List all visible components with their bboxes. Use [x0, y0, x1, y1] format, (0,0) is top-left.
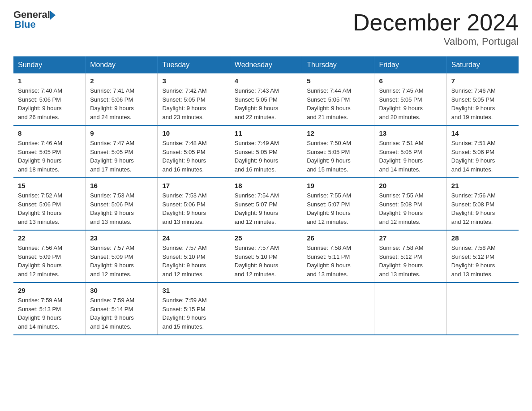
calendar-cell [446, 283, 519, 335]
day-number: 31 [162, 287, 225, 294]
day-number: 1 [18, 77, 81, 85]
calendar-cell [302, 283, 374, 335]
day-info: Sunrise: 7:51 AMSunset: 5:05 PMDaylight:… [379, 139, 442, 174]
calendar-cell: 8Sunrise: 7:46 AMSunset: 5:05 PMDaylight… [13, 125, 86, 178]
day-info: Sunrise: 7:56 AMSunset: 5:09 PMDaylight:… [18, 244, 81, 278]
calendar-cell: 9Sunrise: 7:47 AMSunset: 5:05 PMDaylight… [86, 125, 158, 178]
day-number: 30 [90, 287, 153, 294]
day-info: Sunrise: 7:49 AMSunset: 5:05 PMDaylight:… [235, 139, 297, 174]
calendar-cell: 25Sunrise: 7:57 AMSunset: 5:10 PMDayligh… [230, 230, 302, 283]
day-info: Sunrise: 7:57 AMSunset: 5:10 PMDaylight:… [235, 244, 297, 278]
day-number: 14 [451, 129, 514, 137]
page-subtitle: Valbom, Portugal [353, 36, 519, 47]
day-info: Sunrise: 7:59 AMSunset: 5:15 PMDaylight:… [162, 296, 225, 331]
calendar-header-row: SundayMondayTuesdayWednesdayThursdayFrid… [13, 56, 519, 73]
calendar-cell [230, 283, 302, 335]
day-number: 23 [90, 234, 153, 242]
week-row-5: 29Sunrise: 7:59 AMSunset: 5:13 PMDayligh… [13, 283, 519, 335]
day-info: Sunrise: 7:55 AMSunset: 5:08 PMDaylight:… [379, 191, 442, 226]
day-number: 8 [18, 129, 81, 137]
day-info: Sunrise: 7:41 AMSunset: 5:06 PMDaylight:… [90, 86, 153, 121]
calendar-cell: 19Sunrise: 7:55 AMSunset: 5:07 PMDayligh… [302, 178, 374, 230]
day-number: 27 [379, 234, 442, 242]
calendar-cell: 2Sunrise: 7:41 AMSunset: 5:06 PMDaylight… [86, 73, 158, 125]
calendar-cell: 4Sunrise: 7:43 AMSunset: 5:05 PMDaylight… [230, 73, 302, 125]
day-info: Sunrise: 7:48 AMSunset: 5:05 PMDaylight:… [162, 139, 225, 174]
week-row-1: 1Sunrise: 7:40 AMSunset: 5:06 PMDaylight… [13, 73, 519, 125]
day-info: Sunrise: 7:51 AMSunset: 5:06 PMDaylight:… [451, 139, 514, 174]
calendar-cell: 14Sunrise: 7:51 AMSunset: 5:06 PMDayligh… [446, 125, 519, 178]
day-info: Sunrise: 7:59 AMSunset: 5:14 PMDaylight:… [90, 296, 153, 331]
calendar-cell: 13Sunrise: 7:51 AMSunset: 5:05 PMDayligh… [374, 125, 446, 178]
page-title: December 2024 [353, 9, 519, 36]
calendar-cell [374, 283, 446, 335]
calendar-cell: 27Sunrise: 7:58 AMSunset: 5:12 PMDayligh… [374, 230, 446, 283]
calendar-cell: 3Sunrise: 7:42 AMSunset: 5:05 PMDaylight… [158, 73, 230, 125]
day-info: Sunrise: 7:43 AMSunset: 5:05 PMDaylight:… [235, 86, 297, 121]
day-number: 6 [379, 77, 442, 85]
day-info: Sunrise: 7:50 AMSunset: 5:05 PMDaylight:… [307, 139, 369, 174]
day-info: Sunrise: 7:54 AMSunset: 5:07 PMDaylight:… [235, 191, 297, 226]
day-number: 22 [18, 234, 81, 242]
day-number: 5 [307, 77, 369, 85]
calendar-cell: 1Sunrise: 7:40 AMSunset: 5:06 PMDaylight… [13, 73, 86, 125]
title-block: December 2024 Valbom, Portugal [353, 9, 519, 47]
logo: General Blue [13, 9, 56, 30]
day-number: 29 [18, 287, 81, 294]
calendar-cell: 12Sunrise: 7:50 AMSunset: 5:05 PMDayligh… [302, 125, 374, 178]
header-saturday: Saturday [446, 56, 519, 73]
calendar-cell: 17Sunrise: 7:53 AMSunset: 5:06 PMDayligh… [158, 178, 230, 230]
day-number: 16 [90, 182, 153, 189]
header-wednesday: Wednesday [230, 56, 302, 73]
week-row-3: 15Sunrise: 7:52 AMSunset: 5:06 PMDayligh… [13, 178, 519, 230]
day-number: 2 [90, 77, 153, 85]
day-info: Sunrise: 7:44 AMSunset: 5:05 PMDaylight:… [307, 86, 369, 121]
day-info: Sunrise: 7:57 AMSunset: 5:10 PMDaylight:… [162, 244, 225, 278]
week-row-4: 22Sunrise: 7:56 AMSunset: 5:09 PMDayligh… [13, 230, 519, 283]
logo-arrow-icon [50, 11, 56, 20]
day-number: 7 [451, 77, 514, 85]
day-number: 11 [235, 129, 297, 137]
day-number: 10 [162, 129, 225, 137]
calendar-cell: 23Sunrise: 7:57 AMSunset: 5:09 PMDayligh… [86, 230, 158, 283]
calendar-cell: 6Sunrise: 7:45 AMSunset: 5:05 PMDaylight… [374, 73, 446, 125]
calendar-cell: 11Sunrise: 7:49 AMSunset: 5:05 PMDayligh… [230, 125, 302, 178]
day-info: Sunrise: 7:59 AMSunset: 5:13 PMDaylight:… [18, 296, 81, 331]
calendar-cell: 5Sunrise: 7:44 AMSunset: 5:05 PMDaylight… [302, 73, 374, 125]
day-info: Sunrise: 7:53 AMSunset: 5:06 PMDaylight:… [90, 191, 153, 226]
week-row-2: 8Sunrise: 7:46 AMSunset: 5:05 PMDaylight… [13, 125, 519, 178]
day-number: 13 [379, 129, 442, 137]
calendar-cell: 7Sunrise: 7:46 AMSunset: 5:05 PMDaylight… [446, 73, 519, 125]
day-info: Sunrise: 7:58 AMSunset: 5:12 PMDaylight:… [451, 244, 514, 278]
calendar-cell: 28Sunrise: 7:58 AMSunset: 5:12 PMDayligh… [446, 230, 519, 283]
calendar-cell: 24Sunrise: 7:57 AMSunset: 5:10 PMDayligh… [158, 230, 230, 283]
day-number: 15 [18, 182, 81, 189]
day-number: 19 [307, 182, 369, 189]
day-info: Sunrise: 7:46 AMSunset: 5:05 PMDaylight:… [18, 139, 81, 174]
day-number: 12 [307, 129, 369, 137]
calendar-cell: 15Sunrise: 7:52 AMSunset: 5:06 PMDayligh… [13, 178, 86, 230]
header-monday: Monday [86, 56, 158, 73]
day-number: 28 [451, 234, 514, 242]
day-number: 9 [90, 129, 153, 137]
day-info: Sunrise: 7:46 AMSunset: 5:05 PMDaylight:… [451, 86, 514, 121]
day-number: 18 [235, 182, 297, 189]
day-info: Sunrise: 7:47 AMSunset: 5:05 PMDaylight:… [90, 139, 153, 174]
calendar-cell: 22Sunrise: 7:56 AMSunset: 5:09 PMDayligh… [13, 230, 86, 283]
day-number: 21 [451, 182, 514, 189]
header-tuesday: Tuesday [158, 56, 230, 73]
day-number: 20 [379, 182, 442, 189]
day-number: 24 [162, 234, 225, 242]
header-thursday: Thursday [302, 56, 374, 73]
day-info: Sunrise: 7:45 AMSunset: 5:05 PMDaylight:… [379, 86, 442, 121]
calendar-cell: 16Sunrise: 7:53 AMSunset: 5:06 PMDayligh… [86, 178, 158, 230]
day-info: Sunrise: 7:58 AMSunset: 5:11 PMDaylight:… [307, 244, 369, 278]
calendar-cell: 29Sunrise: 7:59 AMSunset: 5:13 PMDayligh… [13, 283, 86, 335]
calendar-cell: 10Sunrise: 7:48 AMSunset: 5:05 PMDayligh… [158, 125, 230, 178]
day-number: 4 [235, 77, 297, 85]
calendar-cell: 20Sunrise: 7:55 AMSunset: 5:08 PMDayligh… [374, 178, 446, 230]
header-friday: Friday [374, 56, 446, 73]
day-number: 17 [162, 182, 225, 189]
calendar-cell: 18Sunrise: 7:54 AMSunset: 5:07 PMDayligh… [230, 178, 302, 230]
calendar-cell: 26Sunrise: 7:58 AMSunset: 5:11 PMDayligh… [302, 230, 374, 283]
